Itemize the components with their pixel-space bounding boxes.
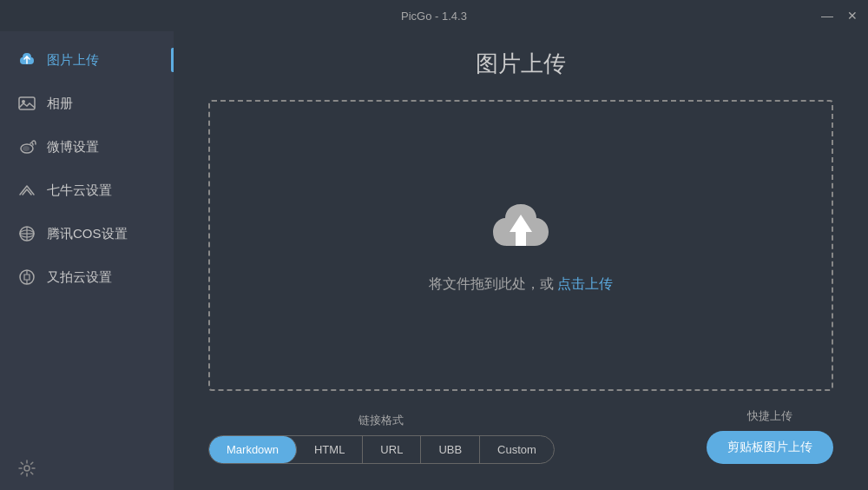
format-buttons: Markdown HTML URL UBB Custom (208, 435, 555, 464)
cos-icon (17, 224, 36, 243)
format-btn-markdown[interactable]: Markdown (209, 436, 297, 463)
link-format-section: 链接格式 Markdown HTML URL UBB Custom (208, 413, 555, 464)
sidebar-item-weibo[interactable]: 微博设置 (0, 125, 174, 169)
titlebar-title: PicGo - 1.4.3 (401, 10, 467, 23)
sidebar-item-cos[interactable]: 腾讯COS设置 (0, 212, 174, 255)
sidebar: 图片上传 相册 微博设置 (0, 31, 174, 490)
sidebar-item-upload[interactable]: 图片上传 (0, 38, 174, 82)
format-btn-custom[interactable]: Custom (480, 436, 554, 463)
quick-upload-section: 快捷上传 剪贴板图片上传 (707, 408, 833, 464)
svg-rect-1 (19, 97, 35, 109)
sidebar-item-youpai-label: 又拍云设置 (47, 269, 112, 286)
album-icon (17, 94, 36, 113)
minimize-button[interactable]: — (821, 10, 833, 22)
upload-text-before: 将文件拖到此处，或 (429, 276, 554, 291)
sidebar-item-qiniu[interactable]: 七牛云设置 (0, 169, 174, 212)
sidebar-item-album[interactable]: 相册 (0, 82, 174, 125)
sidebar-item-youpai[interactable]: 又拍云设置 (0, 255, 174, 299)
upload-instruction: 将文件拖到此处，或 点击上传 (429, 275, 613, 294)
upload-icon (17, 50, 36, 70)
clipboard-upload-button[interactable]: 剪贴板图片上传 (707, 431, 833, 464)
quick-upload-label: 快捷上传 (747, 408, 792, 424)
weibo-icon (17, 137, 36, 156)
svg-point-4 (23, 146, 30, 151)
sidebar-item-weibo-label: 微博设置 (47, 139, 99, 156)
upload-zone[interactable]: 将文件拖到此处，或 点击上传 (208, 100, 833, 391)
qiniu-icon (17, 181, 36, 200)
youpai-icon (17, 268, 36, 287)
svg-point-12 (24, 466, 30, 471)
format-btn-ubb[interactable]: UBB (421, 436, 480, 463)
upload-link[interactable]: 点击上传 (557, 276, 613, 291)
format-btn-url[interactable]: URL (363, 436, 421, 463)
titlebar-controls: — ✕ (821, 10, 858, 22)
sidebar-item-qiniu-label: 七牛云设置 (47, 182, 112, 199)
settings-icon[interactable] (17, 459, 36, 478)
sidebar-item-cos-label: 腾讯COS设置 (47, 226, 128, 242)
format-btn-html[interactable]: HTML (297, 436, 363, 463)
sidebar-item-album-label: 相册 (47, 96, 73, 112)
bottom-toolbar: 链接格式 Markdown HTML URL UBB Custom 快捷上传 剪… (208, 408, 833, 473)
sidebar-item-upload-label: 图片上传 (47, 52, 99, 69)
sidebar-footer (0, 447, 174, 490)
cloud-upload-icon (486, 197, 556, 258)
page-title: 图片上传 (208, 49, 833, 79)
main-layout: 图片上传 相册 微博设置 (0, 31, 868, 490)
close-button[interactable]: ✕ (847, 10, 858, 22)
link-format-label: 链接格式 (358, 413, 404, 428)
titlebar: PicGo - 1.4.3 — ✕ (0, 0, 868, 31)
content-area: 图片上传 将文件拖到此处，或 点击上传 链接格式 Markdown HTML U… (174, 31, 868, 490)
